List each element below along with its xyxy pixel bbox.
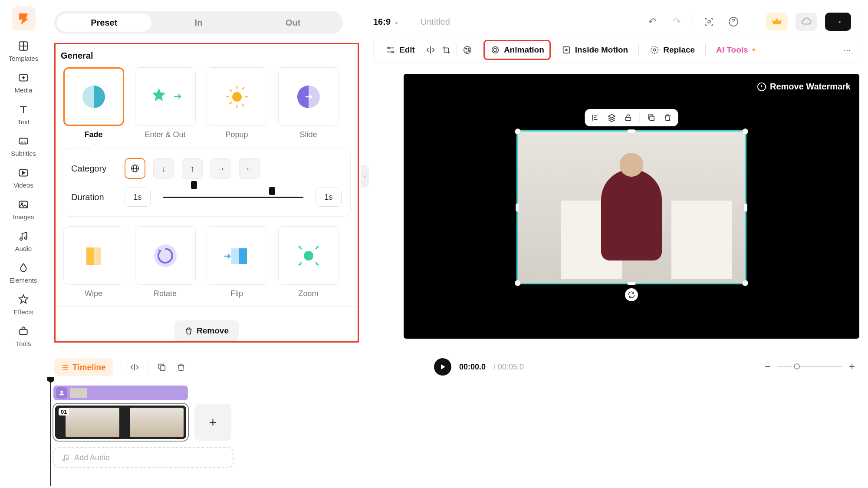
animation-tabs: Preset In Out (54, 11, 343, 34)
preset-flip[interactable]: Flip (205, 226, 268, 298)
sidebar-item-templates[interactable]: Templates (9, 40, 38, 62)
preset-slide[interactable]: Slide (277, 67, 340, 139)
svg-point-19 (304, 251, 313, 260)
timeline-area[interactable]: 01 + Add Audio (47, 378, 868, 486)
tab-out[interactable]: Out (246, 13, 340, 32)
preset-rotate[interactable]: Rotate (134, 226, 197, 298)
delete-icon[interactable] (663, 112, 673, 123)
svg-point-27 (468, 50, 470, 51)
duration-slider[interactable]: › ‹ (163, 188, 303, 207)
rotate-handle[interactable] (625, 288, 638, 301)
layers-icon[interactable] (607, 112, 617, 123)
sidebar-item-subtitles[interactable]: Subtitles (11, 135, 36, 157)
tool-replace[interactable]: Replace (644, 41, 700, 59)
selection-toolbar (585, 109, 678, 126)
timeline-icon (61, 363, 69, 371)
undo-button[interactable]: ↶ (644, 13, 661, 30)
duration-left-input[interactable] (125, 188, 151, 207)
music-note-icon (61, 453, 70, 462)
preset-options: Category ↓ ↑ → ← Duration › ‹ (62, 148, 351, 217)
time-current: 00:00.0 (459, 363, 486, 372)
preset-fade[interactable]: Fade (62, 67, 125, 139)
add-audio-button[interactable]: Add Audio (53, 447, 233, 468)
remove-watermark-button[interactable]: Remove Watermark (757, 82, 851, 92)
panel-collapse-handle[interactable]: ‹ (361, 165, 369, 188)
tool-animation[interactable]: Animation (483, 40, 551, 60)
zoom-slider[interactable] (777, 366, 842, 367)
category-default[interactable] (125, 158, 145, 179)
app-logo[interactable] (12, 7, 36, 30)
tools-icon (17, 325, 30, 337)
sidebar-item-elements[interactable]: Elements (10, 262, 37, 284)
inside-motion-icon (561, 45, 572, 55)
preset-enter-out[interactable]: Enter & Out (134, 67, 197, 139)
lock-icon[interactable] (623, 112, 634, 123)
color-icon[interactable] (462, 45, 473, 55)
crop-icon[interactable] (441, 45, 451, 55)
duplicate-icon[interactable] (646, 112, 657, 123)
tab-in[interactable]: In (151, 13, 246, 32)
audio-icon (17, 230, 30, 242)
sidebar-item-tools[interactable]: Tools (16, 325, 31, 347)
subtitles-icon (17, 135, 30, 147)
playhead[interactable] (50, 378, 51, 486)
svg-point-28 (493, 48, 496, 51)
category-left[interactable]: ← (239, 158, 260, 179)
cloud-save-button[interactable] (796, 13, 817, 31)
play-button[interactable] (434, 358, 451, 376)
sidebar-item-effects[interactable]: Effects (13, 293, 33, 316)
duplicate-clip-icon[interactable] (156, 362, 168, 373)
svg-point-6 (20, 238, 22, 240)
category-down[interactable]: ↓ (153, 158, 174, 179)
zoom-out-button[interactable]: − (765, 360, 771, 373)
export-button[interactable]: → (825, 13, 851, 31)
svg-point-26 (468, 48, 469, 49)
effect-track[interactable] (53, 386, 188, 400)
tool-ai-tools[interactable]: AI Tools✦ (711, 42, 761, 58)
tab-preset[interactable]: Preset (57, 13, 151, 32)
svg-point-23 (392, 51, 394, 53)
preset-zoom[interactable]: Zoom (277, 226, 340, 298)
preview-canvas[interactable]: Remove Watermark (404, 74, 859, 339)
remove-button[interactable]: Remove (174, 320, 239, 341)
flip-h-icon[interactable] (425, 45, 436, 55)
tool-inside-motion[interactable]: Inside Motion (556, 41, 633, 59)
category-right[interactable]: → (210, 158, 231, 179)
selection-frame[interactable] (516, 130, 746, 284)
slider-handle-right[interactable]: ‹ (269, 187, 275, 195)
duration-right-input[interactable] (316, 188, 342, 207)
split-icon[interactable] (129, 362, 140, 373)
edit-icon (385, 45, 396, 55)
align-icon[interactable] (590, 112, 601, 123)
timeline-button[interactable]: Timeline (54, 358, 113, 376)
sidebar-item-videos[interactable]: Videos (13, 167, 33, 189)
svg-point-10 (232, 92, 242, 102)
animation-icon (490, 45, 500, 55)
sidebar-item-audio[interactable]: Audio (15, 230, 32, 252)
aspect-ratio-select[interactable]: 16:9⌄ (373, 17, 399, 27)
preset-popup[interactable]: Popup (205, 67, 268, 139)
slider-handle-left[interactable]: › (191, 181, 197, 189)
premium-button[interactable] (766, 13, 788, 31)
project-title[interactable]: Untitled (421, 17, 450, 27)
svg-rect-18 (239, 248, 247, 264)
text-icon (17, 103, 30, 115)
svg-point-31 (566, 49, 567, 51)
sidebar-item-media[interactable]: Media (15, 72, 33, 94)
sidebar-item-images[interactable]: Images (13, 198, 34, 221)
zoom-in-button[interactable]: + (849, 360, 855, 373)
add-clip-button[interactable]: + (194, 404, 231, 441)
svg-point-24 (464, 46, 471, 54)
tool-edit[interactable]: Edit (380, 41, 420, 59)
time-total: / 00:05.0 (493, 363, 524, 372)
preset-wipe[interactable]: Wipe (62, 226, 125, 298)
more-icon[interactable]: ⋯ (842, 45, 852, 55)
help-button[interactable] (725, 13, 742, 30)
capture-button[interactable] (701, 13, 717, 30)
video-clip[interactable]: 01 (53, 404, 188, 441)
sidebar-item-text[interactable]: Text (17, 103, 30, 125)
redo-button[interactable]: ↷ (668, 13, 685, 30)
delete-clip-icon[interactable] (175, 362, 187, 373)
category-up[interactable]: ↑ (182, 158, 203, 179)
svg-point-33 (653, 49, 656, 51)
